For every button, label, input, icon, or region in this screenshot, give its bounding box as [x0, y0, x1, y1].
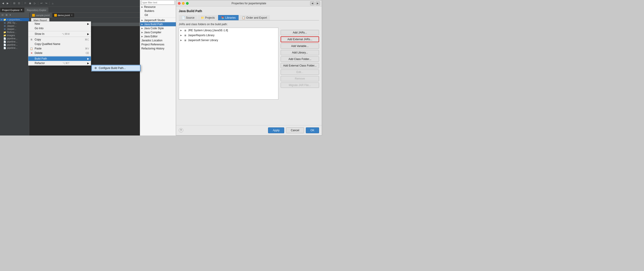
toolbar-icon-5[interactable]: ⚐	[24, 1, 28, 5]
jar-item-jaspersoft-server[interactable]: ▶ ⊞ Jaspersoft Server Library	[179, 38, 278, 43]
nav-arrow-java-build-path: ▶	[142, 23, 144, 25]
edit-button[interactable]: Edit...	[281, 69, 319, 75]
add-library-button[interactable]: Add Library...	[281, 50, 319, 55]
nav-item-javadoc-label: Javadoc Location	[142, 39, 162, 42]
apply-button[interactable]: Apply	[268, 127, 284, 133]
project-explorer-tab-label: Project Explorer	[2, 9, 20, 11]
sample-jrxml-tab[interactable]: sample.jrxml	[30, 13, 52, 17]
minimize-button[interactable]	[182, 2, 184, 5]
toolbar-icon-2[interactable]: ▶	[6, 1, 10, 5]
toolbar-icon-3[interactable]: ⊟	[12, 1, 16, 5]
project-explorer-close-icon[interactable]: ✕	[20, 8, 22, 11]
order-export-tab-label: Order and Export	[246, 16, 267, 19]
maximize-button[interactable]	[186, 2, 189, 5]
menu-item-copy[interactable]: ⎘ Copy ⌘C	[28, 37, 91, 42]
tree-item-pipeline1[interactable]: 📄 pipeline...	[0, 37, 29, 40]
jar-tree[interactable]: ▶ ⊞ JRE System Library [JavaSE-1.8] ▶ ⊞ …	[179, 28, 278, 100]
tree-item-images[interactable]: 📁 images	[0, 34, 29, 37]
libraries-tab-label: Libraries	[225, 16, 236, 19]
configure-build-path-item[interactable]: ⚙ Configure Build Path...	[92, 65, 140, 71]
menu-item-show-in[interactable]: Show In ⌥⌘W ▶	[28, 32, 91, 36]
add-external-class-folder-button[interactable]: Add External Class Folder...	[281, 63, 319, 68]
menu-item-delete[interactable]: ✕ Delete ⌫	[28, 51, 91, 55]
menu-item-paste-label: Paste	[35, 47, 42, 50]
explorer-tab-bar: Project Explorer ✕ Repository Explor	[0, 7, 140, 12]
demo-jrxml-tab[interactable]: demo.jrxml ✕	[52, 13, 75, 17]
collapse-all-button[interactable]: ⊡	[1, 13, 4, 16]
tree-item-references[interactable]: 📁 Refere...	[0, 30, 29, 34]
link-editor-button[interactable]: ⊞	[5, 13, 8, 16]
add-variable-button[interactable]: Add Variable...	[281, 43, 319, 49]
tab-libraries[interactable]: 📚 Libraries	[218, 15, 238, 20]
help-button[interactable]: ?	[179, 128, 183, 133]
ok-button[interactable]: OK	[306, 127, 319, 133]
nav-item-java-editor[interactable]: ▶ Java Editor	[140, 34, 176, 38]
tree-item-pipeline3[interactable]: 📄 pipeline...	[0, 43, 29, 46]
toolbar-icon-1[interactable]: ◀	[1, 1, 5, 5]
configure-build-path-icon: ⚙	[94, 66, 97, 70]
menu-item-refactor-label: Refactor	[35, 62, 45, 65]
tab-projects[interactable]: 📁 Projects	[198, 15, 218, 20]
add-external-jars-button[interactable]: Add External JARs...	[281, 36, 319, 42]
nav-item-resource[interactable]: ▶ Resource	[140, 5, 176, 9]
demo-jrxml-tab-label: demo.jrxml	[58, 14, 70, 17]
nav-item-git[interactable]: Git	[140, 13, 176, 17]
menu-item-refactor[interactable]: Refactor ⌥⌘T ▶	[28, 61, 91, 65]
close-button[interactable]	[178, 2, 180, 5]
menu-item-build-path[interactable]: Build Path ▶	[28, 56, 91, 61]
configure-build-path-label: Configure Build Path...	[99, 66, 126, 70]
back-button[interactable]: ◀	[310, 1, 314, 5]
tree-item-jasper2[interactable]: ⊞ Jasper...	[0, 27, 29, 30]
tree-item-pipeline4[interactable]: 📄 pipeline...	[0, 46, 29, 49]
nav-item-java-code-style[interactable]: ▶ Java Code Style	[140, 26, 176, 30]
toolbar-icon-4[interactable]: ⊡	[17, 1, 21, 5]
nav-item-builders[interactable]: Builders	[140, 9, 176, 13]
add-class-folder-button[interactable]: Add Class Folder...	[281, 56, 319, 62]
tab-order-export[interactable]: 📋 Order and Export	[239, 15, 270, 20]
toolbar-icon-9[interactable]: ↪	[44, 1, 48, 5]
view-menu-button[interactable]: ▾	[9, 13, 12, 16]
tab-source[interactable]: 📄 Source	[179, 15, 198, 20]
source-tab-icon: 📄	[182, 16, 185, 19]
dialog-title: Properties for jaspertemplate	[232, 2, 266, 5]
repo-explorer-tab[interactable]: Repository Explor	[25, 7, 48, 12]
java-build-path-title: Java Build Path	[179, 9, 319, 13]
nav-item-refactoring-history[interactable]: Refactoring History	[140, 46, 176, 50]
jar-icon-jre: ⊞	[184, 28, 187, 32]
tree-item-jre[interactable]: ⊞ JRE Sy...	[0, 21, 29, 24]
nav-item-java-compiler[interactable]: ▶ Java Compiler	[140, 30, 176, 34]
menu-item-new[interactable]: New ▶	[28, 21, 91, 26]
toolbar-separator-1	[11, 1, 11, 5]
menu-item-copy-qualified[interactable]: Copy Qualified Name	[28, 42, 91, 46]
toolbar-separator-2	[22, 1, 22, 5]
toolbar-icon-10[interactable]: ⌂	[50, 1, 55, 5]
toolbar-icon-6[interactable]: ◉	[28, 1, 32, 5]
toolbar-icon-8[interactable]: ↩	[39, 1, 44, 5]
menu-item-go-into[interactable]: Go Into	[28, 26, 91, 30]
tree-item-pipeline2[interactable]: 📄 pipeline...	[0, 40, 29, 43]
nav-item-java-build-path[interactable]: ▶ Java Build Path	[140, 22, 176, 26]
tree-item-jaspertemplate[interactable]: ▶ 📁 > jaspertem...	[0, 18, 29, 21]
nav-item-jaspersoft[interactable]: ▶ Jaspersoft Studio	[140, 18, 176, 22]
toolbar-icon-7[interactable]: ▷	[33, 1, 37, 5]
nav-item-project-references-label: Project References	[142, 43, 164, 46]
filter-input[interactable]	[142, 0, 174, 5]
demo-jrxml-close-icon[interactable]: ✕	[71, 14, 73, 16]
menu-item-paste[interactable]: 📋 Paste ⌘V	[28, 46, 91, 51]
file-icon-pipeline2: 📄	[3, 40, 6, 43]
nav-item-jaspersoft-label: Jaspersoft Studio	[144, 19, 165, 22]
menu-item-build-path-label: Build Path	[35, 57, 47, 60]
tree-arrow-jre	[1, 21, 3, 24]
nav-item-project-references[interactable]: Project References	[140, 42, 176, 46]
nav-item-javadoc[interactable]: Javadoc Location	[140, 38, 176, 42]
tree-arrow-pipeline3	[1, 44, 3, 46]
tree-item-jasper1[interactable]: ⊞ Jasper...	[0, 24, 29, 27]
add-jars-button[interactable]: Add JARs...	[281, 30, 319, 35]
migrate-jar-button[interactable]: Migrate JAR File...	[281, 82, 319, 88]
cancel-button[interactable]: Cancel	[286, 127, 304, 133]
jar-item-jasperreports[interactable]: ▶ ⊞ JasperReports Library	[179, 33, 278, 38]
forward-button[interactable]: ▶	[316, 1, 320, 5]
remove-button[interactable]: Remove	[281, 76, 319, 81]
project-explorer-tab[interactable]: Project Explorer ✕	[0, 7, 24, 12]
jar-item-jre[interactable]: ▶ ⊞ JRE System Library [JavaSE-1.8]	[179, 28, 278, 33]
